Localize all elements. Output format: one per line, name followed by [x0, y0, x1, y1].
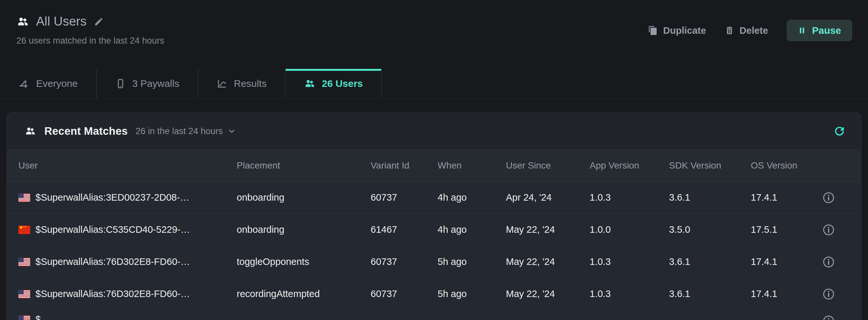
- user-alias: $SuperwallAlias:3ED00237-2D08-…: [35, 192, 189, 203]
- app-version-cell: 1.0.3: [590, 288, 669, 299]
- info-icon[interactable]: [823, 314, 836, 320]
- when-cell: 4h ago: [438, 224, 506, 235]
- chart-icon: [217, 78, 227, 89]
- info-cell: [823, 255, 861, 269]
- header-actions: Duplicate Delete Pause: [648, 20, 852, 41]
- user-cell: $: [19, 314, 237, 320]
- page-subtitle: 26 users matched in the last 24 hours: [17, 36, 164, 46]
- placement-cell: onboarding: [237, 224, 371, 235]
- info-cell: [823, 314, 861, 320]
- country-flag-icon: [19, 193, 30, 202]
- sdk-version-cell: 3.6.1: [669, 192, 751, 203]
- title-block: All Users 26 users matched in the last 2…: [17, 14, 164, 46]
- duplicate-icon: [648, 26, 658, 35]
- user-cell: $SuperwallAlias:76D302E8-FD60-…: [19, 288, 237, 299]
- pause-label: Pause: [812, 25, 841, 36]
- user-cell: $SuperwallAlias:76D302E8-FD60-…: [19, 256, 237, 267]
- column-header-os-version: OS Version: [751, 160, 823, 171]
- trash-icon: [724, 26, 734, 35]
- delete-button[interactable]: Delete: [724, 25, 768, 36]
- tab-label: 26 Users: [322, 78, 363, 89]
- table-body: $SuperwallAlias:3ED00237-2D08-… onboardi…: [7, 182, 861, 320]
- duplicate-label: Duplicate: [663, 25, 706, 36]
- info-icon[interactable]: [823, 255, 836, 269]
- table-header-row: User Placement Variant Id When User Sinc…: [7, 149, 861, 182]
- info-icon[interactable]: [823, 287, 836, 301]
- refresh-icon[interactable]: [831, 122, 848, 140]
- user-alias: $: [35, 314, 41, 320]
- user-alias: $SuperwallAlias:76D302E8-FD60-…: [35, 256, 190, 267]
- country-flag-icon: [19, 225, 30, 234]
- table-row[interactable]: $SuperwallAlias:3ED00237-2D08-… onboardi…: [7, 182, 861, 214]
- split-arrow-icon: [19, 78, 30, 89]
- tab-results[interactable]: Results: [198, 69, 286, 98]
- tab-everyone[interactable]: Everyone: [0, 69, 97, 98]
- user-since-cell: May 22, '24: [506, 256, 590, 267]
- tab-label: Everyone: [36, 78, 78, 89]
- user-cell: $SuperwallAlias:3ED00237-2D08-…: [19, 192, 237, 203]
- column-header-sdk-version: SDK Version: [669, 160, 751, 171]
- table-row[interactable]: $SuperwallAlias:C535CD40-5229-… onboardi…: [7, 214, 861, 246]
- user-since-cell: May 22, '24: [506, 288, 590, 299]
- variant-id-cell: 61467: [371, 224, 438, 235]
- tab-label: Results: [234, 78, 267, 89]
- tab-users[interactable]: 26 Users: [286, 69, 382, 98]
- info-cell: [823, 191, 861, 205]
- chevron-down-icon: [227, 127, 236, 135]
- variant-id-cell: 60737: [371, 192, 438, 203]
- phone-icon: [115, 78, 126, 89]
- app-version-cell: 1.0.0: [590, 224, 669, 235]
- panel-subtitle: 26 in the last 24 hours: [135, 126, 223, 136]
- users-icon: [304, 78, 315, 89]
- os-version-cell: 17.4.1: [751, 288, 823, 299]
- tab-bar: Everyone 3 Paywalls Results 26 Users: [0, 69, 868, 99]
- sdk-version-cell: 3.6.1: [669, 256, 751, 267]
- column-header-variant-id: Variant Id: [371, 160, 438, 171]
- placement-cell: onboarding: [237, 192, 371, 203]
- info-cell: [823, 287, 861, 301]
- user-alias: $SuperwallAlias:C535CD40-5229-…: [35, 224, 190, 235]
- when-cell: 4h ago: [438, 192, 506, 203]
- user-cell: $SuperwallAlias:C535CD40-5229-…: [19, 224, 237, 235]
- table-row[interactable]: $SuperwallAlias:76D302E8-FD60-… toggleOp…: [7, 246, 861, 278]
- user-since-cell: Apr 24, '24: [506, 192, 590, 203]
- tab-paywalls[interactable]: 3 Paywalls: [97, 69, 198, 98]
- panel-title: Recent Matches: [44, 125, 128, 137]
- when-cell: 5h ago: [438, 288, 506, 299]
- recent-matches-panel: Recent Matches 26 in the last 24 hours U…: [6, 112, 862, 320]
- page-title: All Users: [36, 14, 87, 29]
- edit-pencil-icon[interactable]: [94, 17, 104, 27]
- user-since-cell: May 22, '24: [506, 224, 590, 235]
- os-version-cell: 17.4.1: [751, 192, 823, 203]
- column-header-user: User: [19, 160, 237, 171]
- table-row[interactable]: $SuperwallAlias:76D302E8-FD60-… recordin…: [7, 278, 861, 310]
- column-header-placement: Placement: [237, 160, 371, 171]
- match-window-dropdown[interactable]: 26 in the last 24 hours: [135, 126, 236, 136]
- info-icon[interactable]: [823, 191, 836, 205]
- placement-cell: toggleOpponents: [237, 256, 371, 267]
- users-icon: [17, 15, 29, 28]
- sdk-version-cell: 3.5.0: [669, 224, 751, 235]
- pause-button[interactable]: Pause: [786, 20, 852, 41]
- os-version-cell: 17.4.1: [751, 256, 823, 267]
- app-version-cell: 1.0.3: [590, 256, 669, 267]
- variant-id-cell: 60737: [371, 288, 438, 299]
- duplicate-button[interactable]: Duplicate: [648, 25, 706, 36]
- users-dashboard: All Users 26 users matched in the last 2…: [0, 0, 868, 320]
- variant-id-cell: 60737: [371, 256, 438, 267]
- table-row[interactable]: $: [7, 310, 861, 320]
- os-version-cell: 17.5.1: [751, 224, 823, 235]
- app-version-cell: 1.0.3: [590, 192, 669, 203]
- when-cell: 5h ago: [438, 256, 506, 267]
- country-flag-icon: [19, 315, 30, 320]
- sdk-version-cell: 3.6.1: [669, 288, 751, 299]
- delete-label: Delete: [740, 25, 768, 36]
- info-icon[interactable]: [823, 223, 836, 237]
- column-header-user-since: User Since: [506, 160, 590, 171]
- column-header-when: When: [438, 160, 506, 171]
- tab-label: 3 Paywalls: [132, 78, 179, 89]
- country-flag-icon: [19, 258, 30, 266]
- page-header: All Users 26 users matched in the last 2…: [0, 0, 868, 69]
- info-cell: [823, 223, 861, 237]
- panel-header: Recent Matches 26 in the last 24 hours: [7, 113, 861, 149]
